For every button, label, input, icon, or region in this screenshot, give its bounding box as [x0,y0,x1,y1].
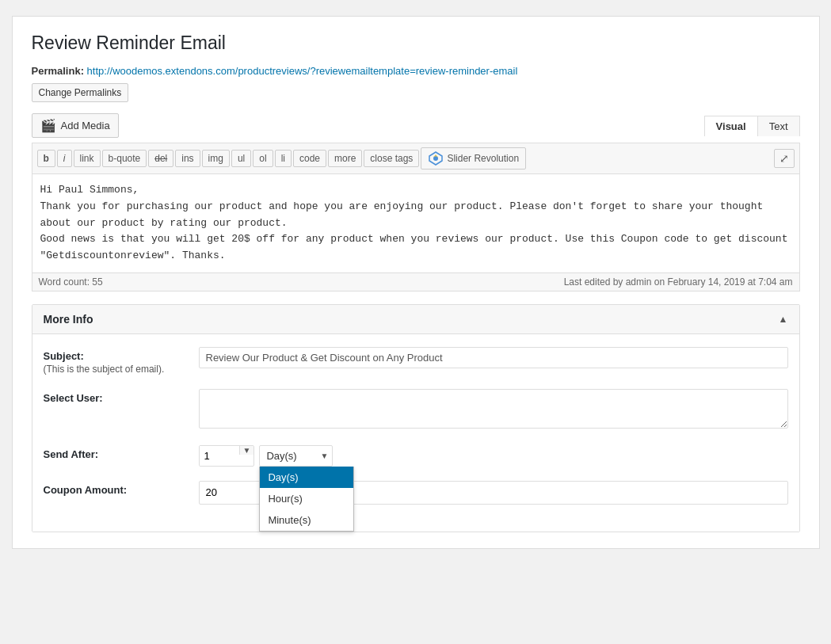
dropdown-item-days[interactable]: Day(s) [260,467,353,488]
slider-revolution-icon [428,151,444,166]
period-select[interactable]: Day(s) Hour(s) Minute(s) [259,445,333,467]
format-italic[interactable]: i [57,150,72,167]
coupon-amount-input[interactable] [200,482,263,502]
send-after-label-col: Send After: [44,445,186,460]
dropdown-item-hours[interactable]: Hour(s) [260,488,353,509]
editor-content[interactable]: Hi Paul Simmons, Thank you for purchasin… [32,173,800,273]
more-info-panel: More Info ▲ Subject: (This is the subjec… [32,304,800,532]
select-user-label-col: Select User: [44,389,186,404]
select-user-row: Select User: [44,389,788,431]
subject-label-col: Subject: (This is the subject of email). [44,347,186,375]
format-bquote[interactable]: b-quote [102,150,147,167]
editor-toolbar-top: 🎬 Add Media Visual Text [32,113,800,138]
more-info-body: Subject: (This is the subject of email).… [32,334,799,532]
page-title: Review Reminder Email [32,32,800,54]
format-buttons-bar: b i link b-quote del ins img ul ol li co… [32,143,800,173]
tab-text[interactable]: Text [758,116,799,136]
subject-label: Subject: [44,350,186,362]
send-after-input-col: ▼ Day(s) Hour(s) Minute(s) ▼ Day(s) [199,445,788,467]
permalink-row: Permalink: http://woodemos.extendons.com… [32,65,800,77]
select-user-input-col [199,389,788,431]
slider-revolution-label: Slider Revolution [447,153,519,164]
more-info-title: More Info [44,313,93,326]
format-li[interactable]: li [275,150,292,167]
format-code[interactable]: code [293,150,326,167]
slider-revolution-button[interactable]: Slider Revolution [421,147,526,170]
tab-visual[interactable]: Visual [705,116,758,136]
format-del[interactable]: del [148,150,173,167]
format-img[interactable]: img [202,150,230,167]
format-ol[interactable]: ol [253,150,273,167]
send-after-row: Send After: ▼ Day(s) Hour(s) Minute(s) [44,445,788,467]
word-count-label: Word count: [39,276,90,288]
subject-sublabel: (This is the subject of email). [44,364,186,375]
add-media-icon: 🎬 [40,118,56,133]
format-ins[interactable]: ins [175,150,200,167]
format-bold[interactable]: b [37,150,55,167]
word-count-display: Word count: 55 [39,276,103,288]
main-container: Review Reminder Email Permalink: http://… [12,16,820,549]
expand-editor-button[interactable]: ⤢ [774,149,795,168]
last-edited-display: Last edited by admin on February 14, 201… [564,276,793,288]
select-user-label: Select User: [44,392,186,404]
collapse-icon: ▲ [779,314,788,325]
format-link[interactable]: link [74,150,101,167]
word-count-bar: Word count: 55 Last edited by admin on F… [32,273,800,292]
subject-row: Subject: (This is the subject of email). [44,347,788,375]
send-after-number-input[interactable] [200,446,239,466]
subject-input-col [199,347,788,368]
format-more[interactable]: more [328,150,362,167]
period-dropdown: Day(s) Hour(s) Minute(s) [259,467,354,532]
permalink-label: Permalink: [32,65,84,77]
subject-input[interactable] [199,347,788,368]
add-media-button[interactable]: 🎬 Add Media [32,113,119,138]
word-count-value: 55 [92,276,102,288]
dropdown-item-minutes[interactable]: Minute(s) [260,509,353,531]
coupon-amount-label: Coupon Amount: [44,484,186,496]
format-close-tags[interactable]: close tags [364,150,419,167]
select-user-input[interactable] [199,389,788,429]
add-media-label: Add Media [61,120,110,131]
period-select-wrap: Day(s) Hour(s) Minute(s) ▼ Day(s) Hour(s… [259,445,333,467]
permalink-url[interactable]: http://woodemos.extendons.com/productrev… [87,65,518,77]
change-permalinks-button[interactable]: Change Permalinks [32,83,129,102]
view-tabs: Visual Text [704,116,800,136]
send-after-inputs: ▼ Day(s) Hour(s) Minute(s) ▼ Day(s) [199,445,788,467]
coupon-amount-label-col: Coupon Amount: [44,481,186,496]
more-info-header[interactable]: More Info ▲ [32,305,799,334]
format-ul[interactable]: ul [231,150,251,167]
coupon-amount-row: Coupon Amount: ▲ ▼ [44,481,788,505]
send-after-label: Send After: [44,448,186,460]
send-after-number-wrap: ▼ [199,445,255,467]
number-chevron[interactable]: ▼ [239,446,254,455]
